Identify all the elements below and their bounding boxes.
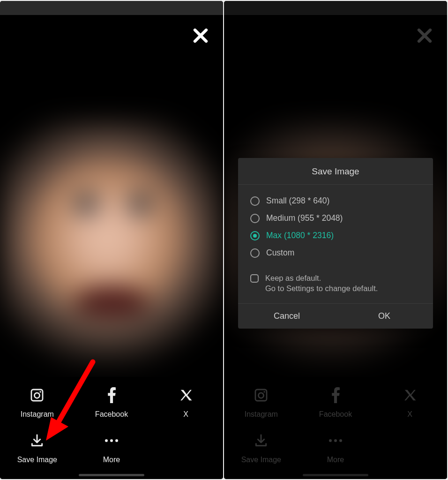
download-icon xyxy=(30,433,45,448)
save-image-label: Save Image xyxy=(17,456,57,464)
svg-rect-2 xyxy=(31,390,43,401)
svg-point-7 xyxy=(115,439,118,442)
cancel-button[interactable]: Cancel xyxy=(238,304,336,329)
size-option-label: Max (1080 * 2316) xyxy=(266,231,334,240)
size-option-label: Medium (955 * 2048) xyxy=(266,213,343,223)
more-button[interactable]: More xyxy=(75,425,149,471)
more-label: More xyxy=(103,456,120,464)
keep-default-checkbox[interactable]: Keep as default. Go to Settings to chang… xyxy=(238,264,433,303)
x-logo-icon xyxy=(179,388,193,402)
share-panel: Instagram Facebook X xyxy=(0,377,223,479)
dialog-title: Save Image xyxy=(238,158,433,185)
radio-icon xyxy=(250,214,260,223)
screenshot-right: Instagram Facebook X Sa xyxy=(224,1,447,479)
size-option-medium[interactable]: Medium (955 * 2048) xyxy=(250,210,421,227)
instagram-icon xyxy=(30,388,45,403)
share-x[interactable]: X xyxy=(149,380,223,425)
svg-point-3 xyxy=(35,393,40,398)
svg-point-4 xyxy=(40,391,41,392)
svg-point-6 xyxy=(110,439,113,442)
radio-icon xyxy=(250,231,260,240)
size-options: Small (298 * 640) Medium (955 * 2048) Ma… xyxy=(238,185,433,264)
size-option-max[interactable]: Max (1080 * 2316) xyxy=(250,227,421,244)
share-facebook[interactable]: Facebook xyxy=(75,380,149,425)
dialog-actions: Cancel OK xyxy=(238,303,433,329)
share-instagram[interactable]: Instagram xyxy=(0,380,75,425)
checkbox-icon xyxy=(250,274,259,283)
gesture-bar xyxy=(79,474,144,476)
svg-point-5 xyxy=(105,439,108,442)
radio-icon xyxy=(250,248,260,258)
close-button[interactable] xyxy=(192,27,209,44)
size-option-custom[interactable]: Custom xyxy=(250,244,421,262)
save-image-dialog: Save Image Small (298 * 640) Medium (955… xyxy=(238,158,433,329)
close-icon xyxy=(192,27,209,44)
facebook-icon xyxy=(107,387,116,403)
share-instagram-label: Instagram xyxy=(21,410,54,419)
ok-button[interactable]: OK xyxy=(336,304,433,329)
size-option-label: Small (298 * 640) xyxy=(266,196,329,206)
radio-icon xyxy=(250,196,260,206)
keep-default-text: Keep as default. Go to Settings to chang… xyxy=(265,273,378,294)
size-option-small[interactable]: Small (298 * 640) xyxy=(250,192,421,210)
share-facebook-label: Facebook xyxy=(95,410,128,419)
screenshot-left: Instagram Facebook X xyxy=(0,1,223,479)
more-icon xyxy=(104,438,119,443)
edited-photo-preview xyxy=(0,120,223,364)
share-x-label: X xyxy=(183,410,188,419)
save-image-button[interactable]: Save Image xyxy=(0,425,75,471)
status-bar xyxy=(0,1,223,15)
size-option-label: Custom xyxy=(266,248,294,258)
